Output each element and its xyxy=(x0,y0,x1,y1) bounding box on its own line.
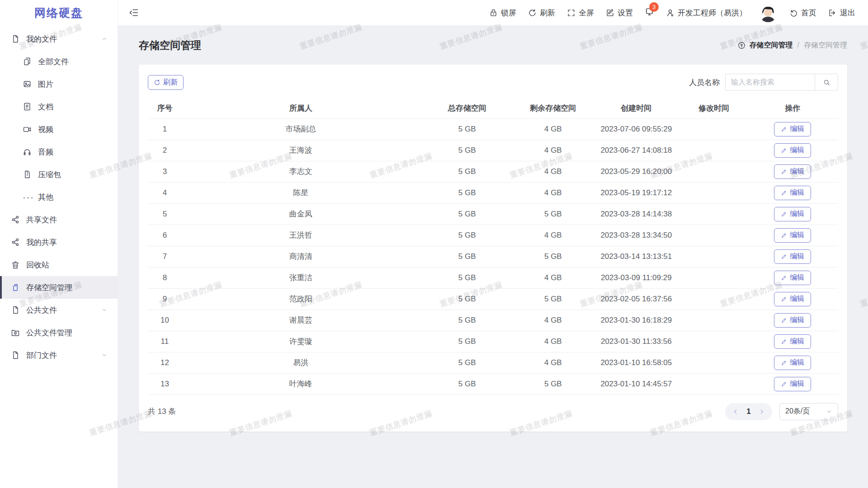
pencil-icon xyxy=(781,338,787,345)
sidebar-item-label: 其他 xyxy=(38,192,53,202)
folder-manage-icon xyxy=(11,328,20,337)
edit-button[interactable]: 编辑 xyxy=(774,207,811,221)
sidebar-item-recycle-bin[interactable]: 回收站 xyxy=(0,253,118,276)
cell-created-time: 2023-01-30 11:33:56 xyxy=(592,331,681,352)
sidebar-item-my-files[interactable]: 我的文件 xyxy=(0,28,118,50)
edit-button[interactable]: 编辑 xyxy=(774,377,811,391)
settings-icon xyxy=(606,9,614,17)
sidebar-item-audio[interactable]: 音频 xyxy=(0,141,118,163)
table-row: 1 市场副总 5 GB 4 GB 2023-07-06 09:55:29 编辑 xyxy=(148,118,838,140)
edit-button[interactable]: 编辑 xyxy=(774,228,811,243)
cell-no: 9 xyxy=(148,288,182,310)
cell-operation: 编辑 xyxy=(747,373,838,394)
edit-button[interactable]: 编辑 xyxy=(774,334,811,349)
edit-button[interactable]: 编辑 xyxy=(774,249,811,264)
cell-modified-time xyxy=(681,373,747,394)
cell-operation: 编辑 xyxy=(747,140,838,161)
cell-owner: 王海波 xyxy=(182,140,420,161)
edit-button[interactable]: 编辑 xyxy=(774,122,811,136)
page-size-value: 20条/页 xyxy=(785,407,810,416)
cell-created-time: 2023-05-29 16:20:00 xyxy=(592,161,681,182)
all-files-icon xyxy=(23,57,32,66)
edit-button[interactable]: 编辑 xyxy=(774,143,811,158)
search-button[interactable] xyxy=(815,74,838,91)
cell-no: 7 xyxy=(148,246,182,267)
fullscreen-icon xyxy=(567,9,576,17)
edit-button[interactable]: 编辑 xyxy=(774,186,811,200)
edit-label: 编辑 xyxy=(790,167,804,176)
cell-total-storage: 5 GB xyxy=(420,288,514,310)
edit-button[interactable]: 编辑 xyxy=(774,292,811,306)
cell-created-time: 2023-07-06 09:55:29 xyxy=(592,118,681,140)
cell-no: 5 xyxy=(148,203,182,225)
logout-icon xyxy=(828,9,837,17)
pager: 1 xyxy=(725,403,772,420)
table-toolbar: 刷新 人员名称 xyxy=(148,74,838,91)
table-refresh-button[interactable]: 刷新 xyxy=(148,75,184,90)
lock-icon xyxy=(489,9,498,17)
pencil-icon xyxy=(781,253,787,260)
app-root: 网络硬盘 我的文件 全部文件 图片 文档 视频 xyxy=(0,0,868,488)
notification-badge: 3 xyxy=(649,2,659,12)
cell-modified-time xyxy=(681,288,747,310)
sidebar-item-videos[interactable]: 视频 xyxy=(0,118,118,141)
sidebar-item-others[interactable]: ··· 其他 xyxy=(0,186,118,208)
file-icon xyxy=(11,305,20,314)
prev-page-button[interactable] xyxy=(729,405,742,418)
cell-remaining-storage: 4 GB xyxy=(514,140,592,161)
home-label: 首页 xyxy=(801,8,816,18)
sidebar-nav: 我的文件 全部文件 图片 文档 视频 音频 xyxy=(0,26,118,366)
page-size-select[interactable]: 20条/页 xyxy=(779,403,838,420)
settings-label: 设置 xyxy=(618,8,633,18)
sidebar-item-documents[interactable]: 文档 xyxy=(0,95,118,118)
sidebar-item-shared-files[interactable]: 共享文件 xyxy=(0,208,118,231)
sidebar-item-my-shares[interactable]: 我的共享 xyxy=(0,231,118,253)
avatar[interactable] xyxy=(759,3,778,22)
table-card: 刷新 人员名称 xyxy=(139,65,847,432)
edit-label: 编辑 xyxy=(790,273,804,282)
cell-operation: 编辑 xyxy=(747,331,838,352)
user-icon xyxy=(666,9,675,17)
sidebar-item-public-file-management[interactable]: 公共文件管理 xyxy=(0,321,118,344)
edit-label: 编辑 xyxy=(790,337,804,346)
cell-created-time: 2023-03-14 13:13:51 xyxy=(592,246,681,267)
cell-created-time: 2023-01-10 16:58:05 xyxy=(592,352,681,373)
logout-button[interactable]: 退出 xyxy=(828,8,855,18)
sidebar-item-all-files[interactable]: 全部文件 xyxy=(0,50,118,73)
sidebar-item-department-files[interactable]: 部门文件 xyxy=(0,344,118,366)
cell-no: 1 xyxy=(148,118,182,140)
home-button[interactable]: 首页 xyxy=(789,8,816,18)
cell-remaining-storage: 4 GB xyxy=(514,310,592,331)
edit-button[interactable]: 编辑 xyxy=(774,271,811,285)
zip-icon xyxy=(23,170,32,179)
next-page-button[interactable] xyxy=(755,405,769,418)
edit-label: 编辑 xyxy=(790,379,804,389)
file-icon xyxy=(11,351,20,360)
edit-button[interactable]: 编辑 xyxy=(774,356,811,370)
share-icon xyxy=(11,215,20,224)
current-page[interactable]: 1 xyxy=(742,407,755,416)
edit-button[interactable]: 编辑 xyxy=(774,313,811,328)
cell-remaining-storage: 5 GB xyxy=(514,203,592,225)
cell-modified-time xyxy=(681,161,747,182)
fullscreen-button[interactable]: 全屏 xyxy=(567,8,594,18)
breadcrumb-root[interactable]: 存储空间管理 xyxy=(750,41,793,50)
cell-owner: 范政阳 xyxy=(182,288,420,310)
collapse-sidebar-icon[interactable] xyxy=(129,8,139,18)
sidebar-item-label: 音频 xyxy=(38,147,53,157)
settings-button[interactable]: 设置 xyxy=(606,8,633,18)
cell-total-storage: 5 GB xyxy=(420,352,514,373)
cell-owner: 陈星 xyxy=(182,182,420,203)
refresh-button[interactable]: 刷新 xyxy=(528,8,555,18)
sidebar-item-archives[interactable]: 压缩包 xyxy=(0,163,118,186)
chevron-up-icon xyxy=(101,36,108,42)
sidebar-item-public-files[interactable]: 公共文件 xyxy=(0,299,118,321)
search-input[interactable] xyxy=(725,74,815,91)
edit-button[interactable]: 编辑 xyxy=(774,164,811,179)
notification-button[interactable]: 3 xyxy=(645,7,654,19)
table-row: 6 王洪哲 5 GB 4 GB 2023-03-28 13:34:50 编辑 xyxy=(148,225,838,246)
sidebar-item-storage-management[interactable]: 存储空间管理 xyxy=(0,276,118,299)
cell-total-storage: 5 GB xyxy=(420,182,514,203)
sidebar-item-images[interactable]: 图片 xyxy=(0,73,118,95)
lock-screen-button[interactable]: 锁屏 xyxy=(489,8,516,18)
